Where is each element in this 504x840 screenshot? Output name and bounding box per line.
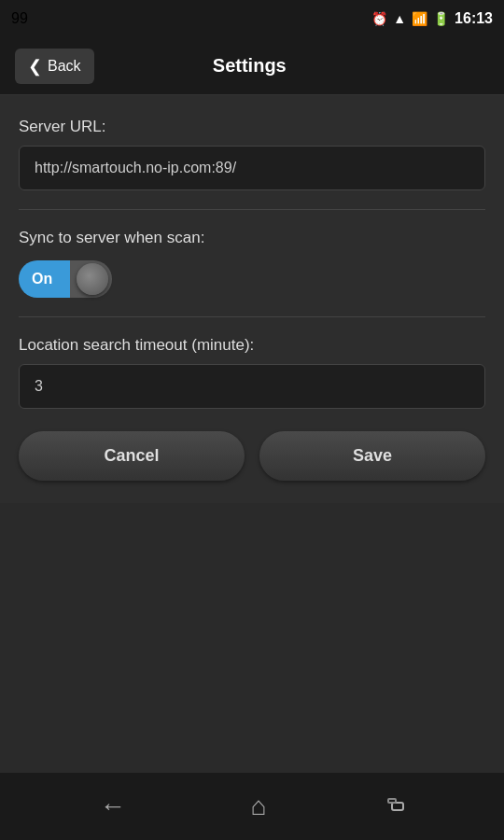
signal-strength: 99 [11,10,28,27]
status-bar: 99 ⏰ ▲ 📶 🔋 16:13 [0,0,504,37]
back-chevron-icon: ❮ [28,56,42,77]
status-time: 16:13 [455,10,493,27]
cancel-button[interactable]: Cancel [19,431,245,481]
save-button[interactable]: Save [259,431,485,481]
location-timeout-label: Location search timeout (minute): [19,336,485,355]
server-url-label: Server URL: [19,118,485,136]
nav-home-icon[interactable]: ⌂ [251,791,267,821]
toggle-state-label: On [32,271,52,287]
sync-toggle[interactable]: On [19,260,112,298]
server-url-section: Server URL: [19,118,485,190]
nav-bar: ← ⌂ [0,773,504,840]
top-bar: ❮ Back Settings [0,37,504,95]
location-timeout-section: Location search timeout (minute): [19,336,485,409]
location-timeout-input[interactable] [19,364,485,409]
main-content: Server URL: Sync to server when scan: On… [0,95,504,503]
sync-section: Sync to server when scan: On [19,229,485,298]
battery-icon: 🔋 [433,11,449,26]
wifi-icon: ▲ [393,11,406,26]
divider-1 [19,209,485,210]
alarm-icon: ⏰ [371,11,387,26]
page-title-container: Settings [94,55,405,77]
toggle-container: On [19,260,485,298]
signal-bars-icon: 📶 [412,11,427,26]
toggle-knob [77,263,108,295]
buttons-row: Cancel Save [19,431,485,481]
status-right-group: ⏰ ▲ 📶 🔋 16:13 [371,10,493,27]
server-url-input[interactable] [19,146,485,190]
divider-2 [19,316,485,317]
nav-back-icon[interactable]: ← [100,791,126,821]
nav-recents-icon[interactable] [391,802,404,811]
page-title: Settings [213,55,287,77]
back-button[interactable]: ❮ Back [15,49,94,84]
back-button-label: Back [48,58,81,75]
sync-label: Sync to server when scan: [19,229,485,247]
